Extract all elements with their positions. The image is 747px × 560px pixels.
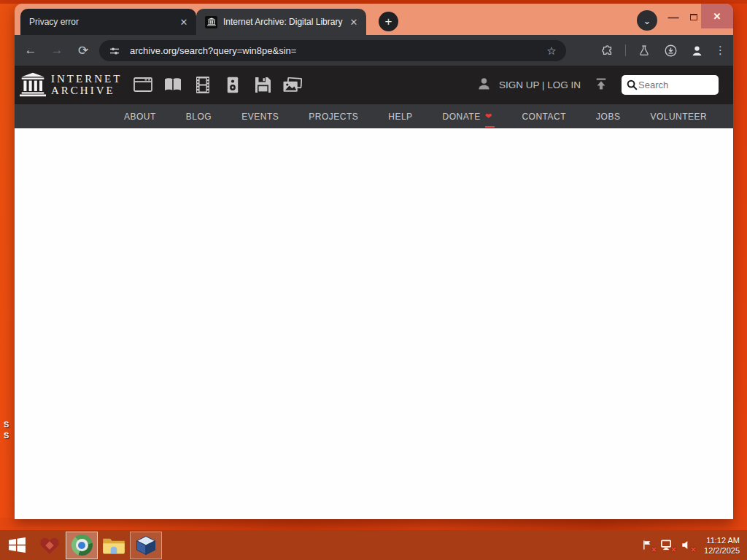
profile-avatar-icon[interactable]	[689, 42, 705, 58]
video-icon[interactable]	[193, 75, 212, 94]
software-icon[interactable]	[253, 75, 272, 94]
tab-close-icon[interactable]: ✕	[347, 15, 360, 28]
taskbar-clock[interactable]: 11:12 AM 12/2/2025	[704, 535, 740, 556]
virtualbox-cube-icon	[135, 534, 157, 556]
browser-menu-icon[interactable]: ⋮	[715, 44, 726, 57]
action-center-flag-icon[interactable]: ✕	[640, 539, 654, 552]
browser-window: Privacy error ✕ Internet Archive: Digita…	[15, 4, 733, 519]
taskbar-virtualbox-icon[interactable]	[130, 532, 162, 559]
close-window-button[interactable]: ✕	[701, 4, 733, 28]
search-icon	[626, 79, 638, 91]
address-bar[interactable]: archive.org/search?query=win8pe&sin= ☆	[99, 40, 566, 61]
tab-title: Privacy error	[29, 17, 177, 27]
taskbar-chrome-icon[interactable]	[66, 532, 98, 559]
network-x-badge: ✕	[671, 546, 677, 553]
web-icon[interactable]	[133, 75, 152, 94]
taskbar-red-app-icon[interactable]	[34, 532, 66, 559]
internet-archive-wordmark[interactable]: INTERNET ARCHIVE	[51, 73, 122, 96]
toolbar-actions: ⋮	[599, 35, 726, 66]
clock-time: 11:12 AM	[704, 535, 740, 545]
downloads-icon[interactable]	[662, 42, 678, 58]
wordmark-line2: ARCHIVE	[51, 85, 122, 96]
ia-header-right: SIGN UP | LOG IN	[476, 66, 719, 104]
nav-volunteer[interactable]: VOLUNTEER	[650, 112, 707, 122]
forward-button[interactable]: →	[47, 40, 67, 61]
archive-building-icon	[207, 18, 216, 26]
nav-about[interactable]: ABOUT	[124, 112, 156, 122]
nav-events[interactable]: EVENTS	[241, 112, 279, 122]
signup-login-link[interactable]: SIGN UP | LOG IN	[499, 79, 581, 90]
person-icon	[476, 76, 492, 94]
images-icon[interactable]	[283, 75, 302, 94]
nav-jobs[interactable]: JOBS	[596, 112, 620, 122]
internet-archive-favicon	[205, 16, 217, 28]
taskbar-file-explorer-icon[interactable]	[98, 532, 130, 559]
url-text[interactable]: archive.org/search?query=win8pe&sin=	[130, 45, 544, 56]
nav-contact[interactable]: CONTACT	[522, 112, 566, 122]
upload-icon[interactable]	[594, 77, 608, 94]
nav-donate[interactable]: DONATE ❤	[443, 112, 492, 122]
bookmark-star-icon[interactable]: ☆	[544, 44, 559, 58]
red-heart-app-icon	[38, 534, 61, 557]
nav-blog[interactable]: BLOG	[186, 112, 212, 122]
system-tray: ✕ ✕ ✕ 11:12 AM 12/2/2025	[640, 530, 743, 560]
heart-icon: ❤	[485, 112, 492, 120]
site-settings-icon[interactable]	[107, 43, 123, 59]
network-icon[interactable]: ✕	[660, 539, 673, 552]
volume-muted-icon[interactable]: ✕	[680, 539, 693, 552]
internet-archive-logo[interactable]	[20, 72, 46, 97]
tab-strip: Privacy error ✕ Internet Archive: Digita…	[15, 4, 733, 35]
tab-privacy-error[interactable]: Privacy error ✕	[20, 9, 196, 35]
wordmark-line1: INTERNET	[51, 73, 122, 85]
page-content-blank	[15, 128, 733, 519]
clock-date: 12/2/2025	[704, 545, 740, 556]
desktop-icon-label-fragment: S	[4, 420, 9, 429]
donate-underline	[485, 126, 495, 128]
nav-donate-label: DONATE	[443, 112, 481, 122]
ia-search-input[interactable]	[638, 79, 711, 90]
flask-labs-icon[interactable]	[636, 42, 652, 58]
texts-icon[interactable]	[163, 75, 182, 94]
desktop-bottom-streak	[0, 518, 747, 530]
volume-x-badge: ✕	[691, 546, 697, 553]
extensions-icon[interactable]	[599, 42, 615, 58]
tab-title: Internet Archive: Digital Library	[223, 17, 347, 27]
ia-nav-bar: ABOUT BLOG EVENTS PROJECTS HELP DONATE ❤…	[15, 104, 733, 128]
ia-search-box[interactable]	[622, 75, 719, 95]
back-button[interactable]: ←	[20, 40, 41, 61]
nav-help[interactable]: HELP	[388, 112, 412, 122]
new-tab-button[interactable]: +	[379, 12, 398, 31]
start-button[interactable]	[0, 532, 34, 559]
tab-close-icon[interactable]: ✕	[177, 15, 190, 28]
tab-search-button[interactable]: ⌄	[637, 10, 657, 31]
tab-internet-archive[interactable]: Internet Archive: Digital Library ✕	[196, 9, 366, 35]
windows-logo-icon	[7, 535, 27, 555]
media-type-icons	[133, 75, 302, 94]
browser-toolbar: ← → ⟳ archive.org/search?query=win8pe&si…	[15, 35, 733, 66]
desktop-icon-label-fragment: S	[4, 431, 9, 440]
folder-icon	[102, 536, 125, 555]
internet-archive-header: INTERNET ARCHIVE	[15, 66, 733, 104]
nav-projects[interactable]: PROJECTS	[309, 112, 358, 122]
maximize-icon	[690, 14, 697, 20]
minimize-button[interactable]: —	[662, 6, 684, 28]
audio-icon[interactable]	[223, 75, 242, 94]
toolbar-divider	[625, 44, 626, 56]
windows-taskbar: ✕ ✕ ✕ 11:12 AM 12/2/2025	[0, 530, 747, 560]
reload-button[interactable]: ⟳	[73, 40, 93, 61]
flag-x-badge: ✕	[651, 546, 657, 553]
chrome-logo-icon	[71, 534, 93, 556]
